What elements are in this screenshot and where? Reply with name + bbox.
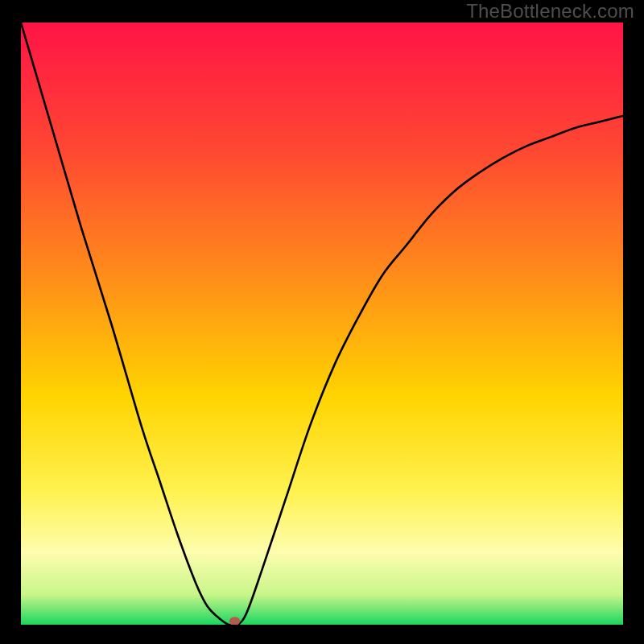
chart-svg [21,23,623,625]
plot-area [21,23,623,625]
chart-frame: TheBottleneck.com [0,0,644,644]
watermark-text: TheBottleneck.com [466,0,634,23]
